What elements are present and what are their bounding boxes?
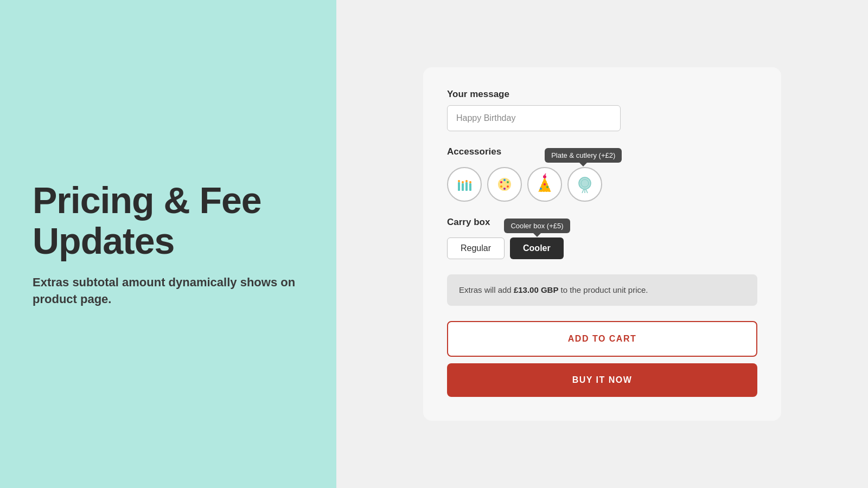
buttons-section: ADD TO CART BUY IT NOW — [447, 321, 757, 397]
svg-line-18 — [545, 174, 546, 175]
plate-cutlery-icon[interactable] — [567, 167, 602, 202]
party-hat-icon[interactable] — [527, 167, 562, 202]
left-content: Pricing & Fee Updates Extras subtotal am… — [33, 180, 304, 307]
sub-heading: Extras subtotal amount dynamically shows… — [33, 274, 304, 308]
carry-tooltip: Cooler box (+£5) — [504, 219, 570, 233]
svg-rect-1 — [462, 183, 464, 191]
carry-label: Carry box — [447, 217, 490, 228]
sprinkles-icon[interactable] — [487, 167, 522, 202]
svg-point-14 — [500, 185, 502, 188]
svg-point-22 — [579, 177, 591, 189]
message-label: Your message — [447, 89, 757, 100]
buy-now-button[interactable]: BUY IT NOW — [447, 363, 757, 397]
svg-point-9 — [500, 181, 502, 183]
svg-point-11 — [507, 181, 509, 183]
svg-point-4 — [458, 180, 460, 182]
accessories-icons — [447, 167, 757, 202]
carry-options: Regular Cooler — [447, 237, 757, 259]
right-panel: Your message Accessories Plate & cutlery… — [336, 0, 868, 488]
accessories-section: Accessories Plate & cutlery (+£2) — [447, 146, 757, 202]
add-to-cart-button[interactable]: ADD TO CART — [447, 321, 757, 357]
carry-section: Carry box Cooler box (+£5) Regular Coole… — [447, 217, 757, 259]
candles-icon[interactable] — [447, 167, 482, 202]
svg-rect-0 — [458, 182, 460, 191]
left-panel: Pricing & Fee Updates Extras subtotal am… — [0, 0, 336, 488]
main-heading: Pricing & Fee Updates — [33, 180, 304, 261]
extras-prefix: Extras will add — [459, 285, 514, 294]
svg-rect-2 — [465, 182, 468, 191]
svg-line-26 — [586, 189, 588, 193]
cooler-option[interactable]: Cooler — [510, 237, 564, 259]
svg-point-21 — [544, 183, 546, 185]
svg-point-19 — [540, 188, 542, 190]
accessories-label: Accessories — [447, 146, 501, 157]
regular-option[interactable]: Regular — [447, 237, 505, 259]
svg-point-20 — [546, 186, 548, 188]
svg-line-24 — [582, 189, 584, 193]
svg-point-10 — [503, 179, 506, 181]
svg-rect-3 — [469, 183, 471, 191]
svg-point-7 — [469, 181, 471, 183]
product-card: Your message Accessories Plate & cutlery… — [423, 67, 781, 421]
carry-row: Carry box Cooler box (+£5) — [447, 217, 757, 233]
svg-point-12 — [507, 185, 509, 188]
accessories-tooltip: Plate & cutlery (+£2) — [545, 148, 622, 163]
message-input[interactable] — [447, 105, 621, 131]
accessories-row: Accessories Plate & cutlery (+£2) — [447, 146, 757, 163]
extras-info: Extras will add £13.00 GBP to the produc… — [447, 274, 757, 306]
extras-amount: £13.00 GBP — [514, 285, 559, 294]
message-section: Your message — [447, 89, 757, 131]
svg-point-6 — [465, 180, 468, 182]
svg-point-5 — [462, 181, 464, 183]
svg-point-13 — [503, 188, 506, 190]
svg-point-17 — [543, 175, 546, 178]
extras-suffix: to the product unit price. — [558, 285, 648, 294]
